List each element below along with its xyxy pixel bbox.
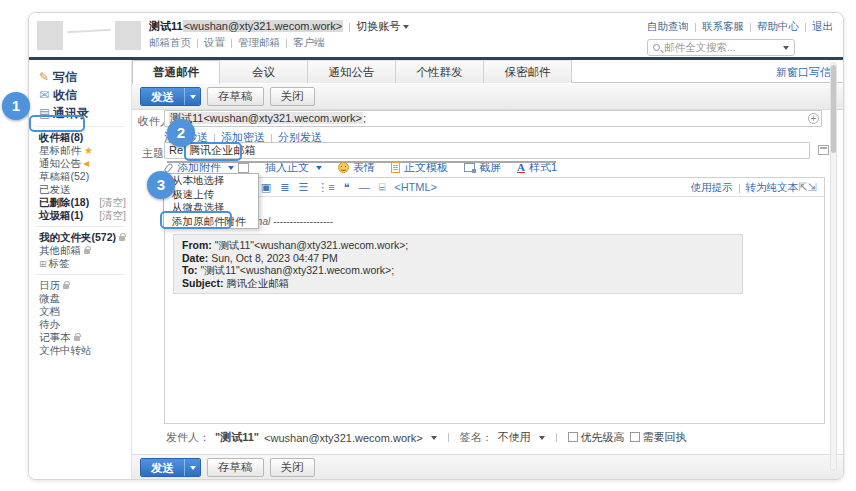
tab-meeting[interactable]: 会议 — [220, 60, 308, 83]
new-window-compose-link[interactable]: 新窗口写信 — [776, 65, 831, 80]
original-divider: ------------------ Original ------------… — [173, 216, 816, 227]
hr-icon[interactable]: — — [359, 180, 370, 194]
send-button-bottom[interactable]: 发送 — [140, 458, 201, 477]
switch-account-link[interactable]: 切换账号 — [356, 20, 400, 32]
menu-item-from-drive[interactable]: 从微盘选择 — [164, 201, 258, 215]
list-icon[interactable]: ☰ — [298, 180, 308, 194]
menu-item-original-attachment[interactable]: 添加原邮件附件 — [164, 215, 258, 229]
nav-settings[interactable]: 设置 — [204, 36, 225, 48]
empty-spam-link[interactable]: [清空] — [99, 209, 126, 222]
account-name: 测试11 — [149, 20, 183, 32]
divider — [197, 39, 198, 48]
quote-icon[interactable]: ❝ — [344, 180, 350, 194]
usage-tips-link[interactable]: 使用提示 — [691, 181, 733, 193]
sender-dropdown-icon[interactable] — [431, 436, 437, 440]
nav-mail-home[interactable]: 邮箱首页 — [149, 36, 191, 48]
save-draft-button-bottom[interactable]: 存草稿 — [207, 458, 264, 477]
lock-format-icon[interactable]: ⌸ — [379, 180, 386, 194]
to-input[interactable]: 测试11<wushan@xty321.wecom.work>; — [164, 110, 822, 127]
receipt-checkbox[interactable] — [630, 432, 640, 442]
send-button[interactable]: 发送 — [140, 87, 201, 106]
priority-checkbox[interactable] — [568, 432, 578, 442]
nav-client[interactable]: 客户端 — [293, 36, 325, 48]
divider — [349, 23, 350, 32]
html-mode-label[interactable]: <HTML> — [394, 180, 437, 194]
sidebar-item-drafts[interactable]: 草稿箱(52) — [29, 170, 131, 183]
divider — [35, 274, 125, 275]
sidebar-item-inbox[interactable]: 收件箱(8) — [29, 131, 131, 144]
image-icon[interactable]: ▣ — [261, 180, 271, 194]
sidebar-item-notes[interactable]: 记事本 — [29, 331, 131, 344]
sidebar-item-announcements[interactable]: 通知公告 — [29, 157, 131, 170]
sidebar-item-sent[interactable]: 已发送 — [29, 183, 131, 196]
link-logout[interactable]: 退出 — [812, 20, 833, 32]
add-recipient-icon[interactable]: + — [808, 113, 819, 124]
content-scrollbar[interactable] — [830, 62, 837, 471]
top-action-bar: 发送 存草稿 关闭 — [132, 84, 843, 110]
menu-item-local-select[interactable]: 从本地选择 — [164, 174, 258, 188]
send-dropdown-icon[interactable] — [184, 459, 200, 476]
search-input[interactable]: 邮件全文搜索... — [647, 39, 795, 56]
receipt-label: 需要回执 — [643, 431, 687, 443]
chevron-down-icon[interactable] — [403, 25, 409, 29]
attachment-pin-icon[interactable] — [238, 163, 249, 173]
attachment-dropdown-icon[interactable] — [228, 166, 234, 170]
logo-placeholder — [37, 21, 63, 50]
subject-input[interactable]: Re: 腾讯企业邮箱 — [164, 142, 810, 159]
link-help-center[interactable]: 帮助中心 — [757, 20, 799, 32]
scrollbar-thumb[interactable] — [831, 65, 836, 153]
sidebar-item-deleted[interactable]: 已删除(18)[清空] — [29, 196, 131, 209]
signature-label: 签名： — [460, 430, 493, 445]
sidebar-item-compose[interactable]: ✎写信 — [29, 68, 131, 86]
close-button[interactable]: 关闭 — [270, 87, 315, 106]
star-icon: ★ — [84, 145, 93, 156]
menu-item-fast-upload[interactable]: 极速上传 — [164, 188, 258, 202]
sidebar-item-drive[interactable]: 微盘 — [29, 292, 131, 305]
empty-deleted-link[interactable]: [清空] — [99, 196, 126, 209]
sidebar-item-file-transfer[interactable]: 文件中转站 — [29, 344, 131, 357]
indent-icon[interactable]: ⋮≡ — [317, 180, 334, 194]
search-dropdown-icon[interactable] — [783, 46, 789, 50]
link-contact-support[interactable]: 联系客服 — [702, 20, 744, 32]
close-button-bottom[interactable]: 关闭 — [270, 458, 315, 477]
tab-announcement[interactable]: 通知公告 — [308, 60, 396, 83]
pencil-icon: ✎ — [39, 68, 53, 86]
link-self-query[interactable]: 自助查询 — [647, 20, 689, 32]
tab-confidential[interactable]: 保密邮件 — [484, 60, 572, 83]
tab-normal-mail[interactable]: 普通邮件 — [132, 60, 220, 84]
sidebar-item-calendar[interactable]: 日历 — [29, 279, 131, 292]
quote-subject-value: 腾讯企业邮箱 — [226, 277, 289, 289]
editor-area[interactable]: T⊦ A ▣ ≣ ☰ ⋮≡ ❝ — ⌸ <HTML> 使用提示转为纯文本 ⇱⇲ … — [164, 177, 825, 424]
send-dropdown-icon[interactable] — [184, 88, 200, 105]
divider — [286, 39, 287, 48]
quoted-message: ------------------ Original ------------… — [173, 216, 816, 294]
align-icon[interactable]: ≣ — [280, 180, 289, 194]
style-icon: A — [517, 162, 525, 173]
divider — [750, 23, 751, 32]
bottom-action-bar: 发送 存草稿 关闭 — [132, 454, 843, 480]
sidebar-item-receive[interactable]: ✉收信 — [29, 86, 131, 104]
sidebar-item-spam[interactable]: 垃圾箱(1)[清空] — [29, 209, 131, 222]
sidebar-item-todo[interactable]: 待办 — [29, 318, 131, 331]
expand-editor-icon[interactable]: ⇱⇲ — [799, 181, 817, 194]
sidebar-item-tags[interactable]: ⊞标签 — [29, 257, 131, 270]
plain-text-link[interactable]: 转为纯文本 — [746, 181, 799, 193]
sidebar-item-my-folders[interactable]: 我的文件夹(572) — [29, 231, 131, 244]
divider — [556, 433, 557, 442]
tab-personalized-mass[interactable]: 个性群发 — [396, 60, 484, 83]
insert-body-dropdown-icon[interactable] — [316, 166, 322, 170]
recipient-chip[interactable]: 测试11<wushan@xty321.wecom.work> — [169, 112, 363, 124]
signature-dropdown-icon[interactable] — [539, 436, 545, 440]
sidebar-item-starred[interactable]: 星标邮件 ★ — [29, 144, 131, 157]
save-draft-button[interactable]: 存草稿 — [207, 87, 264, 106]
expand-icon[interactable]: ⊞ — [39, 259, 47, 269]
sidebar-item-other-mailbox[interactable]: 其他邮箱 — [29, 244, 131, 257]
priority-label: 优先级高 — [581, 431, 625, 443]
sidebar-item-docs[interactable]: 文档 — [29, 305, 131, 318]
sidebar-item-contacts[interactable]: ▤通讯录 — [29, 104, 131, 122]
popout-icon[interactable] — [818, 145, 829, 155]
drafts-label: 草稿箱(52) — [39, 170, 89, 182]
deleted-label: 已删除(18) — [39, 196, 89, 208]
nav-manage-mailbox[interactable]: 管理邮箱 — [238, 36, 280, 48]
step-1-annotation: 1 — [2, 92, 30, 120]
